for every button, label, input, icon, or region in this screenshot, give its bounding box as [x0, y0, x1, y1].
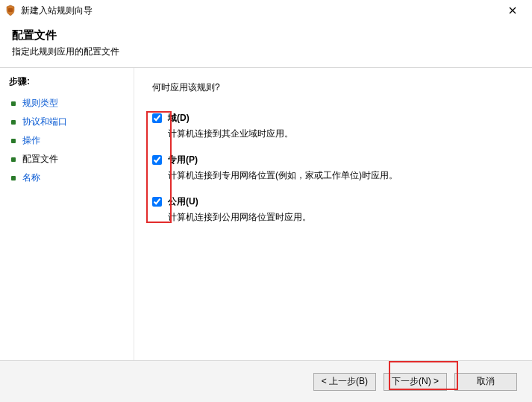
wizard-content: 何时应用该规则? 域(D) 计算机连接到其企业域时应用。 专用(P) 计算机连接… [134, 68, 532, 365]
step-rule-type[interactable]: 规则类型 [9, 94, 131, 113]
step-label: 名称 [22, 172, 40, 184]
private-desc: 计算机连接到专用网络位置(例如，家或工作单位)时应用。 [168, 169, 514, 182]
private-label: 专用(P) [168, 154, 198, 166]
close-icon [509, 7, 516, 14]
step-bullet-icon [10, 101, 16, 107]
option-public-row[interactable]: 公用(U) [152, 195, 514, 208]
step-profile[interactable]: 配置文件 [9, 150, 131, 169]
wizard-header: 配置文件 指定此规则应用的配置文件 [0, 21, 532, 63]
svg-rect-0 [8, 8, 13, 12]
option-domain-row[interactable]: 域(D) [152, 112, 514, 125]
step-label: 配置文件 [22, 153, 58, 166]
step-bullet-icon [10, 119, 16, 125]
step-action[interactable]: 操作 [9, 131, 131, 150]
step-name[interactable]: 名称 [9, 169, 131, 187]
content-question: 何时应用该规则? [152, 81, 514, 94]
steps-sidebar: 步骤: 规则类型 协议和端口 操作 配置文件 名称 [0, 68, 134, 365]
steps-label: 步骤: [9, 75, 131, 88]
back-button[interactable]: < 上一步(B) [313, 373, 376, 391]
wizard-body: 步骤: 规则类型 协议和端口 操作 配置文件 名称 何时应用该规则? 域(D) [0, 68, 532, 365]
page-subtitle: 指定此规则应用的配置文件 [12, 45, 520, 58]
private-checkbox[interactable] [152, 155, 162, 165]
public-checkbox[interactable] [152, 197, 162, 207]
next-button[interactable]: 下一步(N) > [384, 373, 447, 391]
step-label: 协议和端口 [22, 116, 67, 128]
step-protocol-port[interactable]: 协议和端口 [9, 113, 131, 131]
public-label: 公用(U) [168, 195, 198, 208]
step-bullet-icon [10, 138, 16, 144]
step-bullet-icon [10, 157, 16, 163]
option-public: 公用(U) 计算机连接到公用网络位置时应用。 [152, 195, 514, 224]
domain-label: 域(D) [168, 112, 190, 125]
public-desc: 计算机连接到公用网络位置时应用。 [168, 211, 514, 224]
option-private-row[interactable]: 专用(P) [152, 154, 514, 166]
option-private: 专用(P) 计算机连接到专用网络位置(例如，家或工作单位)时应用。 [152, 154, 514, 182]
cancel-button[interactable]: 取消 [454, 373, 517, 391]
step-label: 操作 [22, 134, 40, 147]
step-bullet-icon [10, 175, 16, 181]
domain-desc: 计算机连接到其企业域时应用。 [168, 128, 514, 140]
app-icon [4, 4, 16, 16]
close-button[interactable] [498, 1, 528, 19]
wizard-footer: < 上一步(B) 下一步(N) > 取消 [0, 360, 532, 402]
step-label: 规则类型 [22, 97, 58, 110]
option-domain: 域(D) 计算机连接到其企业域时应用。 [152, 112, 514, 140]
page-title: 配置文件 [12, 28, 520, 43]
window-title: 新建入站规则向导 [21, 4, 498, 17]
titlebar: 新建入站规则向导 [0, 0, 532, 21]
domain-checkbox[interactable] [152, 113, 162, 123]
